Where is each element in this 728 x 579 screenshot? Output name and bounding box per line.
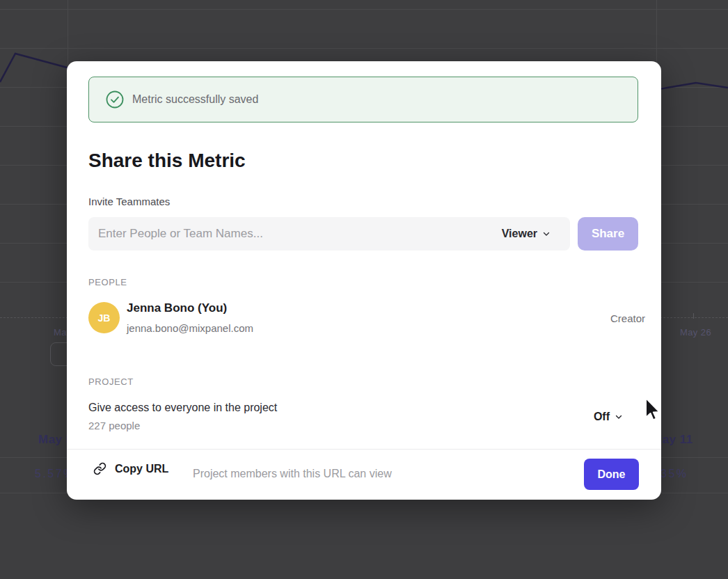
toast-message: Metric successfully saved: [132, 93, 258, 106]
people-section-heading: PEOPLE: [88, 277, 127, 287]
chevron-down-icon: [542, 230, 551, 238]
mouse-cursor: [644, 397, 662, 423]
member-name: Jenna Bono (You): [127, 301, 227, 315]
copy-url-button[interactable]: Copy URL: [93, 462, 168, 475]
avatar-initials: JB: [98, 312, 111, 324]
project-people-count: 227 people: [88, 420, 140, 431]
project-access-dropdown[interactable]: Off: [594, 411, 623, 423]
x-axis-label: May 26: [680, 327, 711, 338]
avatar: JB: [88, 302, 120, 333]
chevron-down-icon: [615, 413, 623, 421]
invite-field: Viewer: [88, 217, 570, 251]
axis-tick: [693, 313, 694, 319]
check-circle-icon: [106, 90, 124, 109]
project-access-title: Give access to everyone in the project: [88, 402, 277, 414]
footer-divider: [67, 449, 661, 450]
copy-url-hint: Project members with this URL can view: [193, 468, 392, 480]
share-modal: Metric successfully saved Share this Met…: [67, 61, 661, 500]
role-select-dropdown[interactable]: Viewer: [502, 228, 551, 240]
screen: May May 26 1 May 5 May 11 5.57% 35% Metr…: [0, 0, 728, 579]
member-email: jenna.bono@mixpanel.com: [127, 322, 253, 334]
table-value: 35%: [660, 468, 688, 480]
copy-url-label: Copy URL: [115, 463, 168, 475]
success-toast: Metric successfully saved: [88, 77, 638, 122]
modal-title: Share this Metric: [88, 150, 246, 172]
project-access-value: Off: [594, 411, 610, 423]
link-icon: [93, 462, 106, 475]
invite-teammates-label: Invite Teammates: [88, 196, 170, 207]
share-button[interactable]: Share: [578, 217, 638, 251]
project-section-heading: PROJECT: [88, 376, 134, 387]
role-select-value: Viewer: [502, 228, 537, 240]
done-button[interactable]: Done: [584, 459, 639, 490]
member-role: Creator: [610, 312, 645, 324]
invite-input[interactable]: [88, 227, 502, 241]
